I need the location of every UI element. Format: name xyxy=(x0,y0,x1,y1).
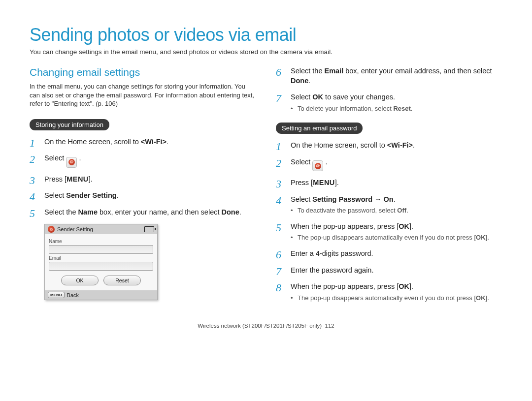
email-app-icon: @ xyxy=(48,226,55,233)
camera-header: @ Sender Setting xyxy=(45,224,157,234)
back-label: Back xyxy=(67,292,79,298)
page-number: 112 xyxy=(325,323,334,329)
pw-step-4-sub: To deactivate the password, select Off. xyxy=(291,206,502,215)
step-7: 7 Select OK to save your changes. To del… xyxy=(276,93,502,113)
page-intro: You can change settings in the email men… xyxy=(30,48,502,56)
camera-body: Name Email OK Reset xyxy=(45,234,157,290)
email-app-icon: @ xyxy=(66,157,77,168)
pw-step-3: 3 Press [MENU]. xyxy=(276,178,502,188)
step-4: 4 Select Sender Setting. xyxy=(30,191,256,201)
page-footer: Wireless network (ST200F/ST201F/ST205F o… xyxy=(30,323,502,329)
steps-storing-info-cont: 6 Select the Email box, enter your email… xyxy=(276,66,502,113)
step-7-sub: To delete your information, select Reset… xyxy=(291,104,502,113)
menu-button-label: MENU xyxy=(313,179,335,186)
page-title: Sending photos or videos via email xyxy=(30,25,502,45)
pw-step-2: 2 Select @ . xyxy=(276,157,502,171)
email-app-icon: @ xyxy=(312,160,323,171)
step-1: 1 On the Home screen, scroll to <Wi-Fi>. xyxy=(30,137,256,147)
email-input[interactable] xyxy=(49,262,153,271)
name-field-label: Name xyxy=(49,239,153,244)
camera-screen-title: Sender Setting xyxy=(57,226,142,232)
ok-button-label: OK xyxy=(399,222,409,230)
steps-storing-info: 1 On the Home screen, scroll to <Wi-Fi>.… xyxy=(30,137,256,217)
battery-icon xyxy=(144,226,154,232)
step-6: 6 Select the Email box, enter your email… xyxy=(276,66,502,86)
section-heading-change-email: Changing email settings xyxy=(30,66,256,78)
pw-step-6: 6 Enter a 4-digits password. xyxy=(276,249,502,259)
step-5: 5 Select the Name box, enter your name, … xyxy=(30,208,256,217)
steps-setting-password: 1 On the Home screen, scroll to <Wi-Fi>.… xyxy=(276,141,502,302)
pw-step-1: 1 On the Home screen, scroll to <Wi-Fi>. xyxy=(276,141,502,151)
ok-button-label: OK xyxy=(399,282,409,290)
pw-step-8: 8 When the pop-up appears, press [OK]. T… xyxy=(276,282,502,302)
camera-ui-screenshot: @ Sender Setting Name Email OK Reset MEN… xyxy=(44,224,158,300)
pill-storing-info: Storing your information xyxy=(30,119,109,130)
menu-button-label: MENU xyxy=(66,175,89,183)
section-intro-change-email: In the email menu, you can change settin… xyxy=(30,82,256,108)
pw-step-5-sub: The pop-up disappears automatically even… xyxy=(291,233,502,242)
pw-step-5: 5 When the pop-up appears, press [OK]. T… xyxy=(276,222,502,242)
ok-button[interactable]: OK xyxy=(61,276,99,285)
name-input[interactable] xyxy=(49,245,153,254)
reset-button[interactable]: Reset xyxy=(103,276,141,285)
two-column-layout: Changing email settings In the email men… xyxy=(30,66,502,309)
right-column: 6 Select the Email box, enter your email… xyxy=(276,66,502,309)
left-column: Changing email settings In the email men… xyxy=(30,66,256,309)
pw-step-8-sub: The pop-up disappears automatically even… xyxy=(291,294,502,303)
menu-back-button[interactable]: MENU xyxy=(48,292,65,298)
email-field-label: Email xyxy=(49,255,153,261)
step-2: 2 Select @ . xyxy=(30,154,256,167)
pw-step-4: 4 Select Setting Password → On. To deact… xyxy=(276,195,502,215)
camera-footer: MENU Back xyxy=(45,290,157,300)
step-3: 3 Press [MENU]. xyxy=(30,175,256,185)
pw-step-7: 7 Enter the password again. xyxy=(276,266,502,276)
pill-setting-password: Setting an email password xyxy=(276,123,363,134)
manual-page: Sending photos or videos via email You c… xyxy=(0,0,532,343)
